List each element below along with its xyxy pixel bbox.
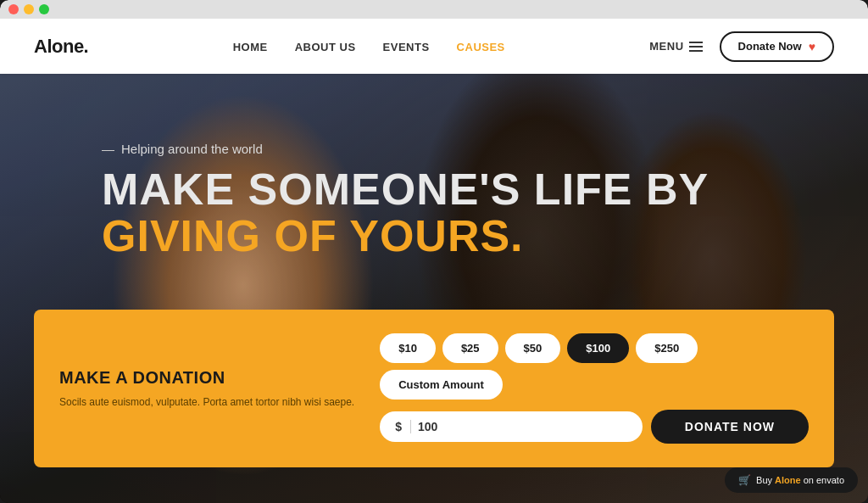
envato-brand: Alone <box>775 475 801 485</box>
amount-buttons: $10 $25 $50 $100 $250 Custom Amount <box>380 333 809 400</box>
maximize-dot[interactable] <box>39 4 49 14</box>
nav-item-about[interactable]: ABOUT US <box>295 39 356 54</box>
amount-btn-50[interactable]: $50 <box>505 333 561 363</box>
page-wrapper: Alone. HOME ABOUT US EVENTS CAUSES MENU <box>0 19 868 503</box>
hero-title-line1: MAKE SOMEONE'S LIFE BY <box>102 166 766 213</box>
minimize-dot[interactable] <box>24 4 34 14</box>
envato-badge[interactable]: 🛒 Buy Alone on envato <box>725 467 858 493</box>
amount-btn-25[interactable]: $25 <box>442 333 498 363</box>
nav-item-home[interactable]: HOME <box>233 39 268 54</box>
hero-subtitle: Helping around the world <box>102 142 766 156</box>
hero-subtitle-text: Helping around the world <box>121 142 263 156</box>
navbar-donate-button[interactable]: Donate Now ♥ <box>720 31 834 62</box>
amount-btn-custom[interactable]: Custom Amount <box>380 370 503 400</box>
nav-item-causes[interactable]: CAUSES <box>457 39 505 54</box>
amount-input-row: $ DONATE NOW <box>380 410 809 444</box>
navbar: Alone. HOME ABOUT US EVENTS CAUSES MENU <box>0 19 868 74</box>
dollar-sign: $ <box>395 420 411 433</box>
hero-content: Helping around the world MAKE SOMEONE'S … <box>0 74 868 284</box>
amount-input-wrapper: $ <box>380 411 643 442</box>
nav-links: HOME ABOUT US EVENTS CAUSES <box>233 39 505 54</box>
nav-right: MENU Donate Now ♥ <box>649 31 834 62</box>
cart-icon: 🛒 <box>738 474 751 486</box>
amount-input[interactable] <box>418 420 627 433</box>
window-chrome <box>0 0 868 19</box>
logo[interactable]: Alone. <box>34 36 88 58</box>
nav-link-about[interactable]: ABOUT US <box>295 41 356 53</box>
envato-suffix: on envato <box>801 475 844 485</box>
menu-label: MENU <box>649 40 683 53</box>
heart-icon: ♥ <box>809 40 815 53</box>
envato-text: Buy Alone on envato <box>756 475 844 485</box>
hero-title-line2: GIVING OF YOURS. <box>102 213 766 260</box>
donation-left: MAKE A DONATION Socils aute euismod, vul… <box>59 368 354 410</box>
envato-prefix: Buy <box>756 475 775 485</box>
donation-right: $10 $25 $50 $100 $250 Custom Amount $ DO… <box>380 333 809 444</box>
donation-title: MAKE A DONATION <box>59 368 354 388</box>
hamburger-icon <box>689 42 703 52</box>
menu-button[interactable]: MENU <box>649 40 702 53</box>
amount-btn-100[interactable]: $100 <box>567 333 629 363</box>
donate-now-button[interactable]: DONATE NOW <box>651 410 809 444</box>
donation-widget: MAKE A DONATION Socils aute euismod, vul… <box>34 310 834 467</box>
nav-link-events[interactable]: EVENTS <box>383 41 430 53</box>
amount-btn-250[interactable]: $250 <box>636 333 698 363</box>
nav-link-home[interactable]: HOME <box>233 41 268 53</box>
nav-link-causes[interactable]: CAUSES <box>457 41 505 53</box>
donation-description: Socils aute euismod, vulputate. Porta am… <box>59 394 354 410</box>
nav-item-events[interactable]: EVENTS <box>383 39 430 54</box>
amount-btn-10[interactable]: $10 <box>380 333 436 363</box>
close-dot[interactable] <box>8 4 19 14</box>
donate-button-label: Donate Now <box>738 40 802 53</box>
